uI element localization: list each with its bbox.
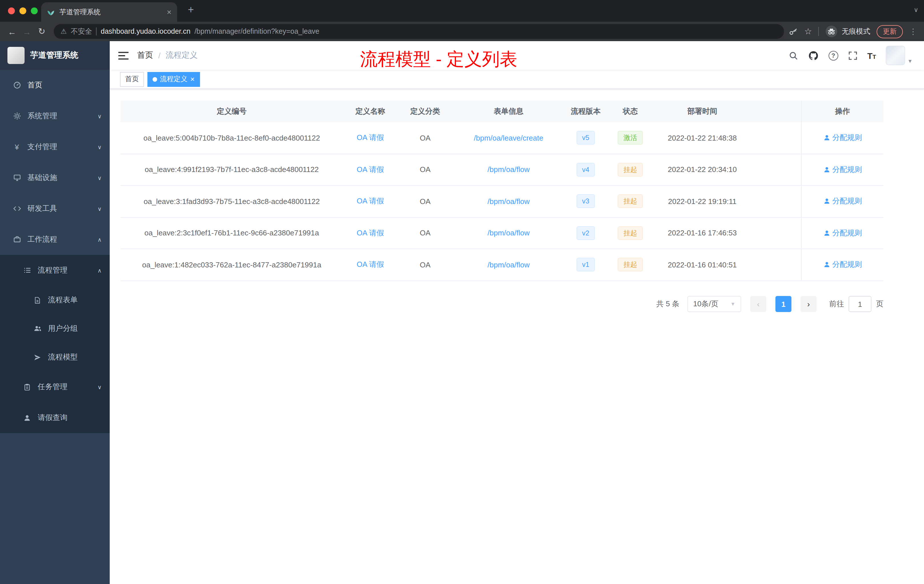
- sidebar-item-process-management[interactable]: 流程管理 ∧: [0, 255, 110, 286]
- status-badge: 激活: [618, 131, 643, 145]
- close-window-button[interactable]: [8, 7, 15, 14]
- sidebar-item-label: 用户分组: [48, 323, 78, 334]
- main-content: 定义编号 定义名称 定义分类 表单信息 流程版本 状态 部署时间 操作 oa_l…: [110, 90, 924, 584]
- zoom-window-button[interactable]: [31, 7, 38, 14]
- sidebar-logo[interactable]: 芋道管理系统: [0, 41, 110, 70]
- goto-page-input[interactable]: [848, 296, 871, 312]
- breadcrumb-current: 流程定义: [166, 50, 198, 61]
- url-path: /bpm/manager/definition?key=oa_leave: [195, 27, 319, 35]
- fullscreen-icon[interactable]: [848, 51, 858, 60]
- sidebar-item-process-form[interactable]: 流程表单: [0, 286, 110, 314]
- column-header-definition-id: 定义编号: [120, 101, 343, 122]
- sidebar-item-infrastructure[interactable]: 基础设施 ∨: [0, 162, 110, 193]
- table-row: oa_leave:1:482ec033-762a-11ec-8477-a2380…: [120, 249, 883, 281]
- definition-name-link[interactable]: OA 请假: [356, 228, 384, 238]
- page-number-button[interactable]: 1: [776, 296, 792, 312]
- github-icon[interactable]: [808, 50, 819, 61]
- sidebar-item-system-management[interactable]: 系统管理 ∨: [0, 101, 110, 132]
- status-badge: 挂起: [618, 195, 643, 208]
- assign-rule-button[interactable]: 分配规则: [823, 260, 862, 270]
- tab-close-icon[interactable]: ×: [167, 7, 172, 16]
- cell-deploy-time: 2022-01-16 17:46:53: [654, 218, 751, 249]
- definition-name-link[interactable]: OA 请假: [356, 196, 384, 206]
- tag-home[interactable]: 首页: [120, 72, 144, 87]
- minimize-window-button[interactable]: [20, 7, 26, 14]
- browser-tab[interactable]: 芋道管理系统 ×: [41, 2, 177, 22]
- person-icon: [823, 166, 830, 173]
- font-size-icon[interactable]: TT: [868, 51, 876, 60]
- chevron-down-icon: ∨: [97, 144, 102, 150]
- select-chevron-down-icon: ▼: [730, 301, 736, 307]
- chrome-update-button[interactable]: 更新: [876, 25, 903, 38]
- sidebar-item-process-model[interactable]: 流程模型: [0, 343, 110, 371]
- sidebar-item-task-management[interactable]: 任务管理 ∨: [0, 371, 110, 402]
- table-row: oa_leave:3:1fad3d93-7b75-11ec-a3c8-acde4…: [120, 186, 883, 218]
- next-page-button[interactable]: ›: [800, 296, 817, 312]
- version-tag: v4: [576, 163, 595, 177]
- form-link[interactable]: /bpm/oa/flow: [487, 165, 530, 174]
- header-icons: ? TT ▼: [789, 46, 924, 65]
- cell-definition-id: oa_leave:5:004b710b-7b8a-11ec-8ef0-acde4…: [120, 122, 343, 153]
- monitor-icon: [13, 174, 21, 182]
- url-bar[interactable]: ⚠ 不安全 dashboard.yudao.iocoder.cn/bpm/man…: [54, 24, 784, 39]
- assign-rule-button[interactable]: 分配规则: [823, 228, 862, 238]
- definition-name-link[interactable]: OA 请假: [356, 260, 384, 270]
- logo-title: 芋道管理系统: [30, 50, 78, 61]
- new-tab-button[interactable]: +: [184, 4, 198, 16]
- reload-button-icon[interactable]: ↻: [34, 26, 49, 36]
- table-row: oa_leave:4:991f2193-7b7f-11ec-a3c8-acde4…: [120, 154, 883, 186]
- form-link[interactable]: /bpm/oa/flow: [487, 261, 530, 269]
- tab-search-chevron-icon[interactable]: ∨: [914, 6, 918, 14]
- sidebar-item-leave-query[interactable]: 请假查询: [0, 402, 110, 433]
- page-size-select[interactable]: 10条/页 ▼: [687, 296, 741, 312]
- user-avatar-area[interactable]: ▼: [886, 46, 912, 65]
- person-icon: [823, 198, 830, 205]
- goto-label: 前往: [829, 299, 844, 309]
- tag-close-icon[interactable]: ×: [190, 76, 195, 83]
- sidebar-item-label: 系统管理: [27, 111, 57, 121]
- list-icon: [23, 266, 31, 274]
- forward-button-icon[interactable]: →: [20, 26, 34, 36]
- incognito-label: 无痕模式: [842, 26, 870, 36]
- sidebar-item-home[interactable]: 首页: [0, 70, 110, 101]
- prev-page-button[interactable]: ‹: [750, 296, 766, 312]
- definition-name-link[interactable]: OA 请假: [356, 133, 384, 143]
- browser-menu-icon[interactable]: ⋮: [909, 27, 917, 36]
- status-badge: 挂起: [618, 163, 643, 177]
- sidebar-item-payment-management[interactable]: ¥ 支付管理 ∨: [0, 132, 110, 162]
- breadcrumb-home[interactable]: 首页: [137, 50, 153, 61]
- browser-tab-strip: 芋道管理系统 × + ∨: [0, 0, 924, 22]
- back-button-icon[interactable]: ←: [5, 26, 20, 36]
- assign-rule-button[interactable]: 分配规则: [823, 133, 862, 143]
- tab-favicon-icon: [47, 8, 55, 16]
- sidebar-item-dev-tools[interactable]: 研发工具 ∨: [0, 193, 110, 224]
- password-key-icon[interactable]: [788, 26, 798, 36]
- cell-category: OA: [398, 154, 452, 185]
- cell-definition-id: oa_leave:2:3c1f0ef1-76b1-11ec-9c66-a2380…: [120, 218, 343, 249]
- avatar[interactable]: [886, 46, 905, 65]
- form-link[interactable]: /bpm/oa/leave/create: [474, 134, 543, 142]
- bookmark-star-icon[interactable]: ☆: [804, 26, 812, 36]
- definition-name-link[interactable]: OA 请假: [356, 165, 384, 175]
- help-icon[interactable]: ?: [828, 51, 838, 60]
- chevron-down-icon: ∨: [97, 175, 102, 181]
- column-header-spacer: [751, 101, 801, 122]
- chevron-down-icon: ∨: [97, 205, 102, 212]
- url-domain: dashboard.yudao.iocoder.cn: [101, 27, 191, 35]
- form-link[interactable]: /bpm/oa/flow: [487, 197, 530, 206]
- tag-process-definition[interactable]: 流程定义 ×: [147, 72, 200, 87]
- sidebar-item-user-group[interactable]: 用户分组: [0, 314, 110, 343]
- sidebar-toggle-hamburger-icon[interactable]: [110, 51, 137, 60]
- active-tag-dot: [153, 77, 157, 81]
- cell-spacer: [751, 122, 801, 153]
- search-icon[interactable]: [789, 51, 798, 60]
- form-link[interactable]: /bpm/oa/flow: [487, 229, 530, 238]
- sidebar-item-label: 基础设施: [27, 173, 57, 183]
- sidebar-item-workflow[interactable]: 工作流程 ∧: [0, 224, 110, 255]
- assign-rule-button[interactable]: 分配规则: [823, 196, 862, 206]
- sidebar: 芋道管理系统 首页 系统管理 ∨ ¥ 支付管理 ∨ 基础设施 ∨: [0, 41, 110, 584]
- cell-category: OA: [398, 186, 452, 217]
- assign-rule-button[interactable]: 分配规则: [823, 165, 862, 175]
- column-header-operations: 操作: [801, 101, 883, 122]
- sidebar-item-label: 流程表单: [48, 295, 78, 305]
